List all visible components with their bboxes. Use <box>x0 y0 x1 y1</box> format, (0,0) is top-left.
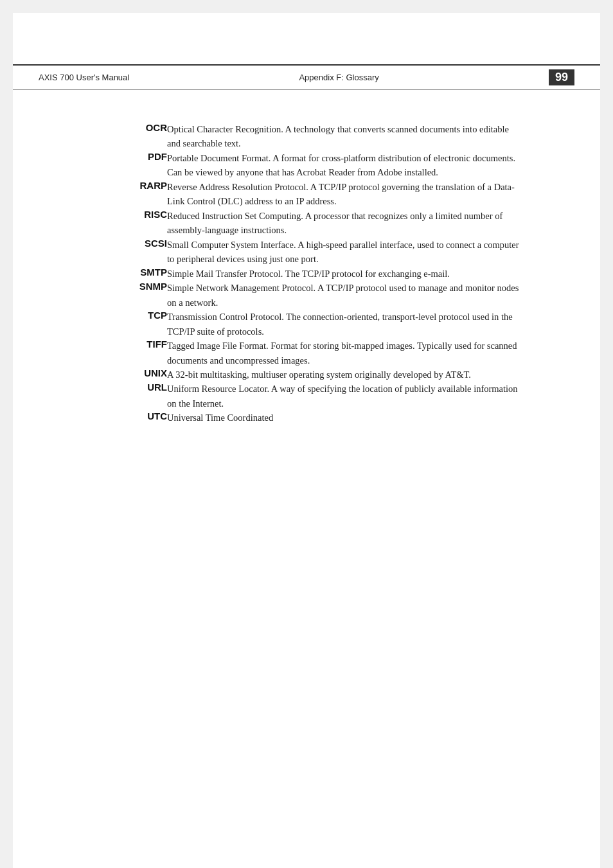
page-number: 99 <box>549 69 574 85</box>
glossary-term: SNMP <box>116 281 167 310</box>
glossary-definition: Portable Document Format. A format for c… <box>167 151 523 180</box>
glossary-row: RISCReduced Instruction Set Computing. A… <box>116 209 523 238</box>
glossary-definition: Simple Mail Transfer Protocol. The TCP/I… <box>167 267 523 281</box>
glossary-definition: Reverse Address Resolution Protocol. A T… <box>167 180 523 209</box>
glossary-definition: Uniform Resource Locator. A way of speci… <box>167 382 523 411</box>
glossary-term: PDF <box>116 151 167 180</box>
glossary-term: RISC <box>116 209 167 238</box>
glossary-row: UTCUniversal Time Coordinated <box>116 411 523 425</box>
glossary-row: SNMPSimple Network Management Protocol. … <box>116 281 523 310</box>
glossary-table: OCROptical Character Recognition. A tech… <box>116 122 523 425</box>
glossary-term: URL <box>116 382 167 411</box>
glossary-row: SCSISmall Computer System Interface. A h… <box>116 238 523 267</box>
glossary-term: OCR <box>116 122 167 151</box>
glossary-definition: Small Computer System Interface. A high-… <box>167 238 523 267</box>
glossary-term: RARP <box>116 180 167 209</box>
glossary-term: SCSI <box>116 238 167 267</box>
page: AXIS 700 User's Manual Appendix F: Gloss… <box>13 13 600 868</box>
glossary-row: TIFFTagged Image File Format. Format for… <box>116 339 523 368</box>
glossary-row: OCROptical Character Recognition. A tech… <box>116 122 523 151</box>
glossary-term: UTC <box>116 411 167 425</box>
glossary-term: TIFF <box>116 339 167 368</box>
glossary-definition: Tagged Image File Format. Format for sto… <box>167 339 523 368</box>
glossary-definition: Simple Network Management Protocol. A TC… <box>167 281 523 310</box>
glossary-definition: Reduced Instruction Set Computing. A pro… <box>167 209 523 238</box>
page-header: AXIS 700 User's Manual Appendix F: Gloss… <box>13 64 600 90</box>
glossary-term: UNIX <box>116 368 167 382</box>
header-chapter-title: Appendix F: Glossary <box>299 73 378 82</box>
glossary-row: RARPReverse Address Resolution Protocol.… <box>116 180 523 209</box>
glossary-definition: Universal Time Coordinated <box>167 411 523 425</box>
glossary-term: SMTP <box>116 267 167 281</box>
glossary-row: SMTPSimple Mail Transfer Protocol. The T… <box>116 267 523 281</box>
glossary-term: TCP <box>116 310 167 339</box>
page-content: OCROptical Character Recognition. A tech… <box>13 90 600 464</box>
header-manual-title: AXIS 700 User's Manual <box>39 73 129 82</box>
glossary-definition: Transmission Control Protocol. The conne… <box>167 310 523 339</box>
glossary-row: TCPTransmission Control Protocol. The co… <box>116 310 523 339</box>
glossary-definition: A 32-bit multitasking, multiuser operati… <box>167 368 523 382</box>
glossary-definition: Optical Character Recognition. A technol… <box>167 122 523 151</box>
glossary-row: PDFPortable Document Format. A format fo… <box>116 151 523 180</box>
glossary-row: URLUniform Resource Locator. A way of sp… <box>116 382 523 411</box>
glossary-row: UNIXA 32-bit multitasking, multiuser ope… <box>116 368 523 382</box>
